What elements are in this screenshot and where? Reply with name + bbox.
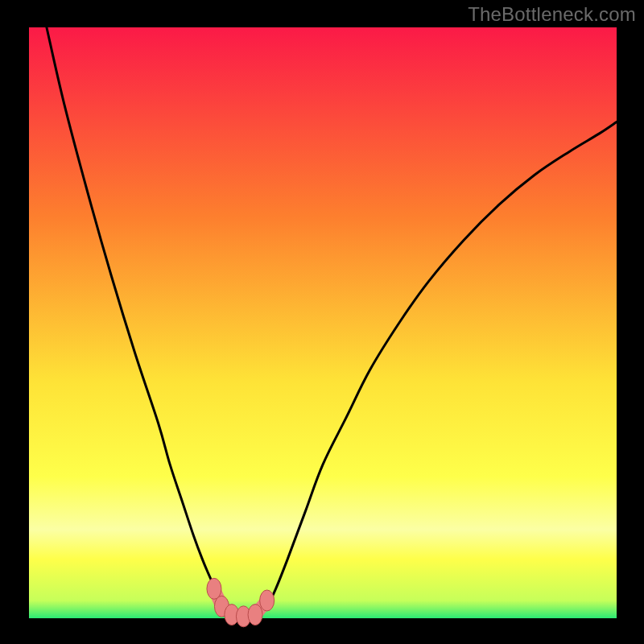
bottleneck-chart bbox=[0, 0, 644, 644]
marker-right-marker bbox=[260, 590, 275, 611]
chart-container: { "watermark": "TheBottleneck.com", "col… bbox=[0, 0, 644, 644]
marker-left-marker-upper bbox=[207, 578, 221, 599]
marker-bottom-right bbox=[248, 605, 262, 625]
plot-area bbox=[29, 27, 617, 618]
watermark-text: TheBottleneck.com bbox=[468, 3, 636, 26]
